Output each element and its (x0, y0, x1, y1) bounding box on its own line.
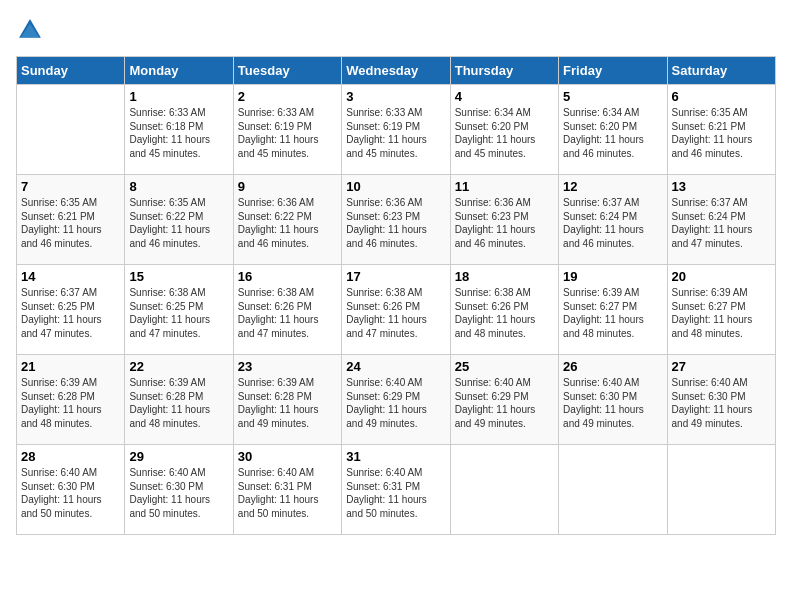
day-number: 18 (455, 269, 554, 284)
day-number: 10 (346, 179, 445, 194)
calendar-cell: 5Sunrise: 6:34 AM Sunset: 6:20 PM Daylig… (559, 85, 667, 175)
calendar-cell: 11Sunrise: 6:36 AM Sunset: 6:23 PM Dayli… (450, 175, 558, 265)
day-number: 7 (21, 179, 120, 194)
day-info: Sunrise: 6:37 AM Sunset: 6:25 PM Dayligh… (21, 286, 120, 340)
calendar-cell: 17Sunrise: 6:38 AM Sunset: 6:26 PM Dayli… (342, 265, 450, 355)
day-info: Sunrise: 6:38 AM Sunset: 6:26 PM Dayligh… (238, 286, 337, 340)
calendar-cell: 7Sunrise: 6:35 AM Sunset: 6:21 PM Daylig… (17, 175, 125, 265)
calendar-cell: 15Sunrise: 6:38 AM Sunset: 6:25 PM Dayli… (125, 265, 233, 355)
calendar-week-row: 21Sunrise: 6:39 AM Sunset: 6:28 PM Dayli… (17, 355, 776, 445)
page-header (16, 16, 776, 44)
calendar-cell: 12Sunrise: 6:37 AM Sunset: 6:24 PM Dayli… (559, 175, 667, 265)
day-number: 14 (21, 269, 120, 284)
day-info: Sunrise: 6:37 AM Sunset: 6:24 PM Dayligh… (672, 196, 771, 250)
day-info: Sunrise: 6:35 AM Sunset: 6:21 PM Dayligh… (21, 196, 120, 250)
calendar-cell: 23Sunrise: 6:39 AM Sunset: 6:28 PM Dayli… (233, 355, 341, 445)
calendar-cell: 30Sunrise: 6:40 AM Sunset: 6:31 PM Dayli… (233, 445, 341, 535)
calendar-cell: 20Sunrise: 6:39 AM Sunset: 6:27 PM Dayli… (667, 265, 775, 355)
calendar-table: SundayMondayTuesdayWednesdayThursdayFrid… (16, 56, 776, 535)
day-info: Sunrise: 6:36 AM Sunset: 6:22 PM Dayligh… (238, 196, 337, 250)
calendar-cell: 26Sunrise: 6:40 AM Sunset: 6:30 PM Dayli… (559, 355, 667, 445)
logo-icon (16, 16, 44, 44)
calendar-cell: 14Sunrise: 6:37 AM Sunset: 6:25 PM Dayli… (17, 265, 125, 355)
calendar-cell: 6Sunrise: 6:35 AM Sunset: 6:21 PM Daylig… (667, 85, 775, 175)
day-number: 28 (21, 449, 120, 464)
day-header-tuesday: Tuesday (233, 57, 341, 85)
day-info: Sunrise: 6:33 AM Sunset: 6:19 PM Dayligh… (238, 106, 337, 160)
calendar-cell: 1Sunrise: 6:33 AM Sunset: 6:18 PM Daylig… (125, 85, 233, 175)
day-info: Sunrise: 6:37 AM Sunset: 6:24 PM Dayligh… (563, 196, 662, 250)
day-header-saturday: Saturday (667, 57, 775, 85)
day-number: 19 (563, 269, 662, 284)
day-info: Sunrise: 6:39 AM Sunset: 6:27 PM Dayligh… (672, 286, 771, 340)
calendar-cell: 29Sunrise: 6:40 AM Sunset: 6:30 PM Dayli… (125, 445, 233, 535)
day-number: 22 (129, 359, 228, 374)
day-info: Sunrise: 6:40 AM Sunset: 6:30 PM Dayligh… (672, 376, 771, 430)
day-number: 25 (455, 359, 554, 374)
day-header-wednesday: Wednesday (342, 57, 450, 85)
calendar-cell: 19Sunrise: 6:39 AM Sunset: 6:27 PM Dayli… (559, 265, 667, 355)
day-number: 4 (455, 89, 554, 104)
calendar-week-row: 14Sunrise: 6:37 AM Sunset: 6:25 PM Dayli… (17, 265, 776, 355)
day-info: Sunrise: 6:40 AM Sunset: 6:31 PM Dayligh… (346, 466, 445, 520)
day-info: Sunrise: 6:40 AM Sunset: 6:30 PM Dayligh… (563, 376, 662, 430)
day-number: 13 (672, 179, 771, 194)
day-number: 20 (672, 269, 771, 284)
day-number: 1 (129, 89, 228, 104)
logo (16, 16, 48, 44)
calendar-cell: 28Sunrise: 6:40 AM Sunset: 6:30 PM Dayli… (17, 445, 125, 535)
day-info: Sunrise: 6:36 AM Sunset: 6:23 PM Dayligh… (346, 196, 445, 250)
calendar-cell: 4Sunrise: 6:34 AM Sunset: 6:20 PM Daylig… (450, 85, 558, 175)
calendar-cell (450, 445, 558, 535)
day-number: 5 (563, 89, 662, 104)
calendar-cell (559, 445, 667, 535)
day-info: Sunrise: 6:36 AM Sunset: 6:23 PM Dayligh… (455, 196, 554, 250)
calendar-cell: 22Sunrise: 6:39 AM Sunset: 6:28 PM Dayli… (125, 355, 233, 445)
calendar-cell: 21Sunrise: 6:39 AM Sunset: 6:28 PM Dayli… (17, 355, 125, 445)
day-info: Sunrise: 6:40 AM Sunset: 6:29 PM Dayligh… (455, 376, 554, 430)
day-info: Sunrise: 6:38 AM Sunset: 6:26 PM Dayligh… (346, 286, 445, 340)
day-header-thursday: Thursday (450, 57, 558, 85)
calendar-header-row: SundayMondayTuesdayWednesdayThursdayFrid… (17, 57, 776, 85)
day-number: 8 (129, 179, 228, 194)
calendar-week-row: 1Sunrise: 6:33 AM Sunset: 6:18 PM Daylig… (17, 85, 776, 175)
day-header-friday: Friday (559, 57, 667, 85)
day-header-sunday: Sunday (17, 57, 125, 85)
calendar-cell: 8Sunrise: 6:35 AM Sunset: 6:22 PM Daylig… (125, 175, 233, 265)
calendar-cell: 2Sunrise: 6:33 AM Sunset: 6:19 PM Daylig… (233, 85, 341, 175)
calendar-week-row: 7Sunrise: 6:35 AM Sunset: 6:21 PM Daylig… (17, 175, 776, 265)
day-number: 2 (238, 89, 337, 104)
day-number: 17 (346, 269, 445, 284)
day-info: Sunrise: 6:34 AM Sunset: 6:20 PM Dayligh… (455, 106, 554, 160)
day-info: Sunrise: 6:34 AM Sunset: 6:20 PM Dayligh… (563, 106, 662, 160)
calendar-cell: 27Sunrise: 6:40 AM Sunset: 6:30 PM Dayli… (667, 355, 775, 445)
calendar-cell (17, 85, 125, 175)
day-number: 30 (238, 449, 337, 464)
day-number: 11 (455, 179, 554, 194)
day-info: Sunrise: 6:38 AM Sunset: 6:25 PM Dayligh… (129, 286, 228, 340)
day-info: Sunrise: 6:38 AM Sunset: 6:26 PM Dayligh… (455, 286, 554, 340)
calendar-cell: 25Sunrise: 6:40 AM Sunset: 6:29 PM Dayli… (450, 355, 558, 445)
calendar-cell: 18Sunrise: 6:38 AM Sunset: 6:26 PM Dayli… (450, 265, 558, 355)
day-number: 23 (238, 359, 337, 374)
calendar-cell (667, 445, 775, 535)
day-header-monday: Monday (125, 57, 233, 85)
day-info: Sunrise: 6:39 AM Sunset: 6:28 PM Dayligh… (21, 376, 120, 430)
day-number: 26 (563, 359, 662, 374)
day-info: Sunrise: 6:40 AM Sunset: 6:29 PM Dayligh… (346, 376, 445, 430)
day-info: Sunrise: 6:40 AM Sunset: 6:30 PM Dayligh… (129, 466, 228, 520)
calendar-cell: 24Sunrise: 6:40 AM Sunset: 6:29 PM Dayli… (342, 355, 450, 445)
day-info: Sunrise: 6:39 AM Sunset: 6:28 PM Dayligh… (238, 376, 337, 430)
day-number: 27 (672, 359, 771, 374)
calendar-cell: 3Sunrise: 6:33 AM Sunset: 6:19 PM Daylig… (342, 85, 450, 175)
day-number: 21 (21, 359, 120, 374)
day-info: Sunrise: 6:35 AM Sunset: 6:21 PM Dayligh… (672, 106, 771, 160)
day-info: Sunrise: 6:39 AM Sunset: 6:27 PM Dayligh… (563, 286, 662, 340)
day-number: 3 (346, 89, 445, 104)
day-number: 24 (346, 359, 445, 374)
day-number: 16 (238, 269, 337, 284)
day-info: Sunrise: 6:40 AM Sunset: 6:31 PM Dayligh… (238, 466, 337, 520)
calendar-cell: 9Sunrise: 6:36 AM Sunset: 6:22 PM Daylig… (233, 175, 341, 265)
day-number: 12 (563, 179, 662, 194)
calendar-week-row: 28Sunrise: 6:40 AM Sunset: 6:30 PM Dayli… (17, 445, 776, 535)
